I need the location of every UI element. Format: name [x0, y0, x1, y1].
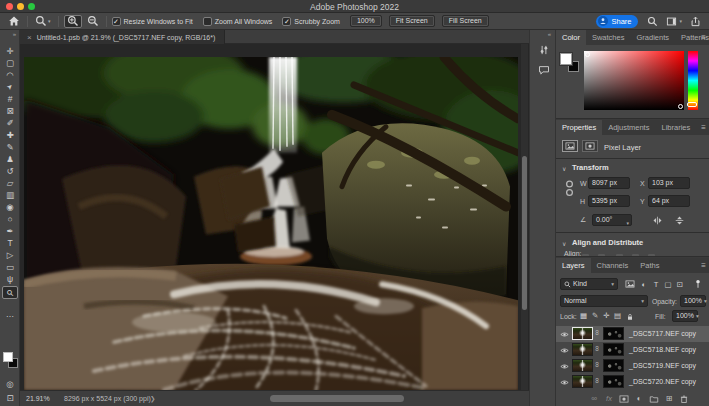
tool-move[interactable]: ✛ — [3, 45, 17, 56]
layer-mask-thumbnail[interactable] — [603, 343, 624, 356]
layer-row-2[interactable]: ∞ _DSC5718.NEF copy — [556, 342, 709, 358]
layer-mask-thumbnail[interactable] — [603, 359, 624, 372]
x-field[interactable]: 103 px — [648, 177, 690, 189]
screen-mode-button[interactable]: ⊡ — [3, 392, 17, 403]
rotation-field[interactable]: 0.00°▾ — [592, 214, 632, 226]
foreground-swatch[interactable] — [560, 53, 572, 65]
zoom-100-button[interactable]: 100% — [350, 15, 382, 27]
lock-artboard-icon[interactable]: ▤ — [614, 311, 621, 320]
tool-zoom-selected[interactable]: ⚲ — [2, 286, 18, 299]
quick-mask-button[interactable]: ◎ — [3, 378, 17, 389]
layer-name[interactable]: _DSC5718.NEF copy — [629, 346, 696, 353]
height-field[interactable]: 5395 px — [588, 195, 630, 207]
fit-screen-button[interactable]: Fit Screen — [389, 15, 435, 27]
layer-mask-thumbnail[interactable] — [603, 327, 624, 340]
tool-brush[interactable]: ✎ — [3, 141, 17, 152]
zoom-all-windows-checkbox[interactable] — [203, 17, 212, 26]
blend-mode-select[interactable]: Normal ▾ — [560, 295, 648, 307]
tool-path-selection[interactable]: ▷ — [3, 249, 17, 260]
tool-crop[interactable]: # — [3, 93, 17, 104]
color-field-marker[interactable] — [585, 52, 590, 57]
status-zoom-value[interactable]: 21.91% — [26, 395, 50, 402]
layer-thumbnail[interactable] — [572, 359, 593, 372]
layer-name[interactable]: _DSC5720.NEF copy — [629, 378, 696, 385]
tool-blur[interactable]: ◉ — [3, 201, 17, 212]
resize-windows-checkbox[interactable]: ✓ — [112, 17, 121, 26]
tab-libraries[interactable]: Libraries — [655, 120, 696, 135]
layer-row-1[interactable]: ∞ _DSC5717.NEF copy — [556, 326, 709, 342]
close-tab-icon[interactable]: × — [27, 33, 32, 42]
tool-rectangle[interactable]: ▭ — [3, 261, 17, 272]
fill-screen-button[interactable]: Fill Screen — [442, 15, 489, 27]
layer-name[interactable]: _DSC5717.NEF copy — [629, 330, 696, 337]
filter-adjustment-layers-icon[interactable]: ◐ — [638, 279, 650, 289]
mask-link-icon[interactable]: ∞ — [594, 362, 601, 367]
add-layer-mask-icon[interactable] — [618, 393, 630, 404]
filter-toggle-icon[interactable] — [692, 279, 704, 289]
mask-link-icon[interactable]: ∞ — [594, 378, 601, 383]
opacity-field[interactable]: 100% ▾ — [680, 295, 706, 307]
lock-all-icon[interactable] — [626, 312, 634, 321]
eye-icon[interactable] — [560, 346, 569, 355]
section-chevron-icon[interactable]: ∨ — [562, 165, 566, 172]
tab-color[interactable]: Color — [556, 30, 586, 45]
tool-pen[interactable]: ✒ — [3, 225, 17, 236]
layer-thumbnail-icon[interactable] — [562, 140, 578, 152]
vertical-scrollbar-thumb[interactable] — [522, 156, 527, 310]
hue-slider-marker[interactable] — [687, 102, 697, 107]
vertical-scrollbar[interactable] — [521, 44, 528, 390]
document-tab[interactable]: × Untitled-1.psb @ 21.9% (_DSC5717.NEF c… — [20, 30, 225, 44]
link-layers-icon[interactable]: ∞ — [588, 393, 600, 404]
eye-icon[interactable] — [560, 330, 569, 339]
layer-thumbnail[interactable] — [572, 375, 593, 388]
y-field[interactable]: 64 px — [648, 195, 690, 207]
export-share-icon[interactable] — [690, 16, 701, 27]
panel-menu-icon[interactable]: ≡ — [701, 33, 706, 42]
layer-row-4[interactable]: ∞ _DSC5720.NEF copy — [556, 374, 709, 390]
tool-object-selection[interactable]: ➤ — [3, 81, 17, 92]
delete-layer-icon[interactable] — [678, 393, 690, 404]
layer-thumbnail[interactable] — [572, 327, 593, 340]
mask-link-icon[interactable]: ∞ — [594, 346, 601, 351]
hue-slider[interactable] — [688, 51, 698, 110]
tool-type[interactable]: T — [3, 237, 17, 248]
tool-healing-brush[interactable]: ✚ — [3, 129, 17, 140]
layer-thumbnail[interactable] — [572, 343, 593, 356]
history-panel-button[interactable] — [535, 43, 552, 57]
layer-mask-icon[interactable] — [582, 140, 598, 152]
filter-pixel-layers-icon[interactable] — [624, 279, 636, 289]
foreground-color-swatch[interactable] — [3, 352, 13, 362]
tool-lasso[interactable]: ◠ — [3, 69, 17, 80]
status-chevron-icon[interactable]: ❯ — [150, 395, 155, 403]
flip-vertical-icon[interactable] — [674, 215, 685, 226]
share-button[interactable]: Share — [596, 15, 638, 28]
edit-toolbar-button[interactable]: … — [3, 308, 17, 319]
tab-swatches[interactable]: Swatches — [586, 30, 631, 45]
home-button[interactable] — [6, 15, 22, 28]
zoom-tool-preset-button[interactable]: ▾ — [33, 15, 53, 28]
horizontal-scrollbar-thumb[interactable] — [270, 395, 404, 402]
saturation-brightness-field[interactable] — [584, 51, 684, 110]
mask-link-icon[interactable]: ∞ — [594, 330, 601, 335]
panel-menu-icon[interactable]: ≡ — [701, 123, 706, 132]
tool-gradient[interactable]: ▥ — [3, 189, 17, 200]
tool-frame[interactable]: ⊠ — [3, 105, 17, 116]
flip-horizontal-icon[interactable] — [652, 215, 663, 226]
lock-transparency-icon[interactable]: ▦ — [580, 311, 587, 320]
layer-name[interactable]: _DSC5719.NEF copy — [629, 362, 696, 369]
tool-clone-stamp[interactable]: ♟ — [3, 153, 17, 164]
lock-position-icon[interactable]: ✛ — [603, 311, 609, 320]
search-icon[interactable] — [647, 16, 658, 27]
chevron-down-icon[interactable]: ▾ — [626, 218, 629, 228]
layer-row-3[interactable]: ∞ _DSC5719.NEF copy — [556, 358, 709, 374]
scrubby-zoom-checkbox[interactable]: ✓ — [282, 17, 291, 26]
filter-type-layers-icon[interactable]: T — [650, 279, 662, 289]
transform-section-title[interactable]: Transform — [572, 163, 609, 172]
workspace-switcher-button[interactable]: ▾ — [666, 16, 682, 27]
tool-hand[interactable]: ψ — [3, 273, 17, 284]
layer-style-icon[interactable]: fx — [603, 393, 615, 404]
new-group-icon[interactable] — [648, 393, 660, 404]
layer-filter-type-select[interactable]: Kind ▾ — [560, 278, 618, 290]
zoom-out-button[interactable] — [85, 15, 101, 28]
eye-icon[interactable] — [560, 378, 569, 387]
